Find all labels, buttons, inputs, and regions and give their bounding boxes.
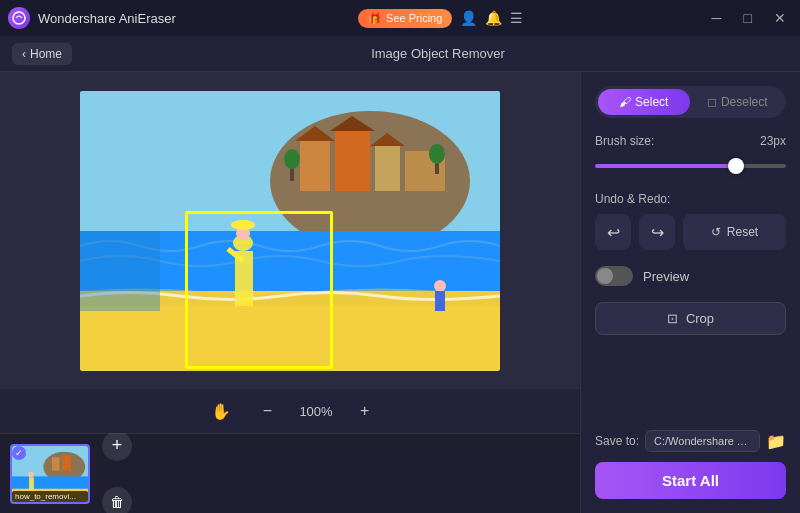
svg-rect-3 (300, 141, 330, 191)
preview-section: Preview (595, 266, 786, 286)
home-label: Home (30, 47, 62, 61)
back-icon: ‹ (22, 47, 26, 61)
app-logo (8, 7, 30, 29)
save-label: Save to: (595, 434, 639, 448)
undo-button[interactable]: ↩ (595, 214, 631, 250)
brush-slider-container[interactable] (595, 156, 786, 176)
crop-button[interactable]: ⊡ Crop (595, 302, 786, 335)
thumbnail-strip: ✓ how_to_removi... + 🗑 (0, 433, 580, 513)
svg-point-31 (28, 471, 34, 477)
thumb-check-icon: ✓ (12, 446, 26, 460)
left-section: ✋ − 100% + (0, 72, 580, 513)
select-button[interactable]: 🖌 Select (598, 89, 690, 115)
brush-thumb (728, 158, 744, 174)
canvas-area[interactable]: ✋ − 100% + (0, 72, 580, 433)
canvas-image (80, 91, 500, 371)
brush-track (595, 164, 786, 168)
folder-button[interactable]: 📁 (766, 432, 786, 451)
pricing-label: See Pricing (386, 12, 442, 24)
svg-rect-27 (62, 455, 71, 470)
svg-point-13 (429, 144, 445, 164)
right-panel: 🖌 Select ◻ Deselect Brush size: 23px Und… (580, 72, 800, 513)
brush-label: Brush size: (595, 134, 654, 148)
brush-section: Brush size: 23px (595, 134, 786, 176)
brush-label-row: Brush size: 23px (595, 134, 786, 148)
save-path: C:/Wondershare AniEraser/li (645, 430, 760, 452)
thumb-label: how_to_removi... (12, 491, 88, 502)
reset-label: Reset (727, 225, 758, 239)
maximize-button[interactable]: □ (738, 8, 758, 28)
start-all-button[interactable]: Start All (595, 462, 786, 499)
close-button[interactable]: ✕ (768, 8, 792, 28)
image-container (0, 72, 580, 389)
preview-toggle[interactable] (595, 266, 633, 286)
notification-icon[interactable]: 🔔 (485, 10, 502, 26)
save-section: Save to: C:/Wondershare AniEraser/li 📁 S… (595, 430, 786, 499)
svg-rect-26 (52, 457, 60, 470)
titlebar-right: ─ □ ✕ (706, 8, 792, 28)
select-label: Select (635, 95, 668, 109)
title-bar: Wondershare AniEraser 🎁 See Pricing 👤 🔔 … (0, 0, 800, 36)
zoom-out-button[interactable]: − (255, 398, 280, 424)
delete-file-button[interactable]: 🗑 (102, 487, 132, 514)
minimize-button[interactable]: ─ (706, 8, 728, 28)
zoom-level: 100% (296, 404, 336, 419)
undo-redo-section: Undo & Redo: ↩ ↪ ↺ Reset (595, 192, 786, 250)
navbar: ‹ Home Image Object Remover (0, 36, 800, 72)
preview-knob (597, 268, 613, 284)
brush-value: 23px (760, 134, 786, 148)
svg-rect-30 (29, 477, 34, 490)
page-title: Image Object Remover (88, 46, 788, 61)
undo-redo-buttons: ↩ ↪ ↺ Reset (595, 214, 786, 250)
select-deselect-toggle: 🖌 Select ◻ Deselect (595, 86, 786, 118)
user-icon[interactable]: 👤 (460, 10, 477, 26)
svg-rect-5 (375, 146, 400, 191)
pricing-button[interactable]: 🎁 See Pricing (358, 9, 452, 28)
home-button[interactable]: ‹ Home (12, 43, 72, 65)
preview-label: Preview (643, 269, 689, 284)
svg-point-11 (284, 149, 300, 169)
svg-rect-23 (435, 291, 445, 311)
deselect-button[interactable]: ◻ Deselect (692, 89, 784, 115)
titlebar-left: Wondershare AniEraser (8, 7, 176, 29)
deselect-label: Deselect (721, 95, 768, 109)
eraser-icon: ◻ (707, 95, 717, 109)
svg-point-20 (231, 220, 255, 230)
reset-icon: ↺ (711, 225, 721, 239)
app-name: Wondershare AniEraser (38, 11, 176, 26)
svg-point-22 (434, 280, 446, 292)
crop-label: Crop (686, 311, 714, 326)
zoom-in-button[interactable]: + (352, 398, 377, 424)
add-file-button[interactable]: + (102, 431, 132, 461)
hand-tool-button[interactable]: ✋ (203, 398, 239, 425)
brush-icon: 🖌 (619, 95, 631, 109)
start-label: Start All (662, 472, 719, 489)
gift-icon: 🎁 (368, 12, 382, 25)
svg-rect-21 (80, 231, 160, 311)
svg-rect-4 (335, 131, 370, 191)
canvas-toolbar: ✋ − 100% + (0, 389, 580, 433)
titlebar-center: 🎁 See Pricing 👤 🔔 ☰ (358, 9, 523, 28)
menu-icon[interactable]: ☰ (510, 10, 523, 26)
svg-point-0 (13, 12, 25, 24)
redo-button[interactable]: ↪ (639, 214, 675, 250)
crop-icon: ⊡ (667, 311, 678, 326)
undo-redo-label: Undo & Redo: (595, 192, 786, 206)
main-area: ✋ − 100% + (0, 72, 800, 513)
thumb-actions: + 🗑 (102, 431, 132, 514)
thumbnail-wrapper: ✓ how_to_removi... (10, 444, 90, 504)
reset-button[interactable]: ↺ Reset (683, 214, 786, 250)
save-row: Save to: C:/Wondershare AniEraser/li 📁 (595, 430, 786, 452)
